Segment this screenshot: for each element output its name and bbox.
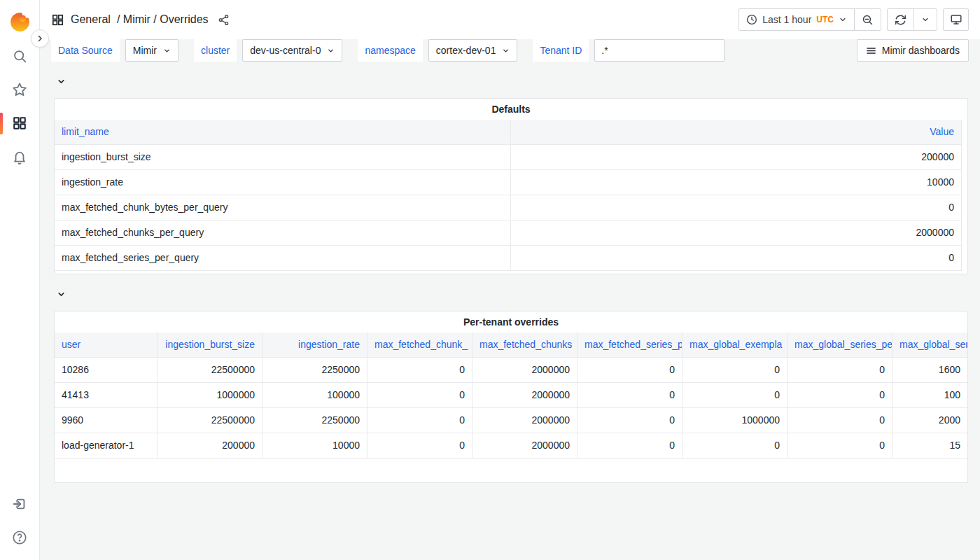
column-header-max_global_serie[interactable]: max_global_serie bbox=[892, 332, 967, 358]
cluster-variable-label: cluster bbox=[194, 39, 237, 62]
cell: 200000 bbox=[511, 145, 962, 170]
refresh-dashboard-button[interactable] bbox=[888, 9, 913, 30]
cell: 1600 bbox=[892, 358, 967, 383]
share-dashboard-button[interactable] bbox=[218, 14, 230, 26]
cell: 0 bbox=[368, 408, 472, 433]
column-header-max_fetched_series_p[interactable]: max_fetched_series_p bbox=[578, 332, 682, 358]
column-header-max_fetched_chunks[interactable]: max_fetched_chunks bbox=[472, 332, 578, 358]
grafana-logo[interactable] bbox=[8, 10, 31, 33]
sidebar-expand-button[interactable] bbox=[31, 29, 49, 48]
cell: max_fetched_series_per_query bbox=[55, 246, 511, 271]
table-row: max_fetched_series_per_query0 bbox=[55, 246, 962, 271]
table-row: ingestion_rate10000 bbox=[55, 170, 962, 195]
column-header-Value[interactable]: Value bbox=[511, 120, 962, 145]
cell: 41413 bbox=[55, 383, 158, 408]
starred-dashboards-button[interactable] bbox=[6, 77, 34, 102]
cell: 1000000 bbox=[158, 383, 262, 408]
cell: 0 bbox=[682, 358, 788, 383]
chevron-right-icon bbox=[36, 34, 44, 43]
mimir-dashboards-label: Mimir dashboards bbox=[882, 45, 960, 56]
refresh-interval-dropdown[interactable] bbox=[913, 9, 937, 30]
chevron-down-icon bbox=[839, 15, 847, 24]
column-header-limit_name[interactable]: limit_name bbox=[55, 120, 511, 145]
column-header-max_global_exempla[interactable]: max_global_exempla bbox=[682, 332, 788, 358]
column-header-ingestion_burst_size[interactable]: ingestion_burst_size bbox=[158, 332, 262, 358]
dashboards-nav-button[interactable] bbox=[6, 111, 34, 136]
refresh-group bbox=[887, 8, 937, 31]
help-button[interactable] bbox=[6, 525, 34, 550]
namespace-variable-label: namespace bbox=[358, 39, 422, 62]
table-row: 41413100000010000002000000000100 bbox=[55, 383, 967, 408]
top-navbar: General / Mimir / Overrides Last 1 hour … bbox=[40, 0, 980, 39]
chevron-down-icon bbox=[921, 15, 930, 24]
cell: 2000000 bbox=[472, 383, 578, 408]
cycle-view-mode-button[interactable] bbox=[943, 8, 969, 31]
cell: 0 bbox=[682, 383, 788, 408]
cell: ingestion_rate bbox=[55, 170, 511, 195]
help-icon bbox=[12, 530, 27, 545]
cell: 100 bbox=[892, 383, 967, 408]
star-icon bbox=[12, 82, 27, 97]
cell: 0 bbox=[368, 383, 472, 408]
cell: 0 bbox=[682, 433, 788, 458]
column-header-max_fetched_chunk_[interactable]: max_fetched_chunk_ bbox=[368, 332, 472, 358]
namespace-value: cortex-dev-01 bbox=[436, 45, 496, 56]
column-header-max_global_series_pe[interactable]: max_global_series_pe bbox=[788, 332, 892, 358]
cell: ingestion_burst_size bbox=[55, 145, 511, 170]
cell: 2000000 bbox=[472, 408, 578, 433]
table-row: 9960225000002250000020000000100000002000 bbox=[55, 408, 967, 433]
menu-icon bbox=[866, 46, 876, 56]
cell: 100000 bbox=[262, 383, 368, 408]
cell: 15 bbox=[892, 433, 967, 458]
cluster-dropdown[interactable]: dev-us-central-0 bbox=[242, 39, 342, 62]
sign-in-button[interactable] bbox=[6, 491, 34, 517]
column-header-ingestion_rate[interactable]: ingestion_rate bbox=[262, 332, 368, 358]
cell: 0 bbox=[368, 433, 472, 458]
cell: 0 bbox=[578, 358, 682, 383]
defaults-panel: Defaults limit_nameValueingestion_burst_… bbox=[54, 98, 968, 274]
cell: 0 bbox=[578, 408, 682, 433]
chevron-down-icon bbox=[57, 290, 66, 299]
cell: 0 bbox=[788, 433, 892, 458]
per-tenant-overrides-panel: Per-tenant overrides useringestion_burst… bbox=[54, 311, 968, 483]
chevron-down-icon bbox=[327, 47, 335, 55]
panel-title[interactable]: Defaults bbox=[55, 99, 967, 120]
active-nav-indicator bbox=[0, 113, 3, 134]
row-collapse-toggle-overrides[interactable] bbox=[55, 288, 83, 300]
table-row: max_fetched_chunk_bytes_per_query0 bbox=[55, 195, 962, 220]
cell: 2000 bbox=[892, 408, 967, 433]
apps-icon bbox=[12, 115, 27, 131]
breadcrumb-dashboard[interactable]: / Mimir / Overrides bbox=[117, 13, 209, 26]
cell: 0 bbox=[788, 383, 892, 408]
column-header-user[interactable]: user bbox=[55, 332, 158, 358]
datasource-variable-label: Data Source bbox=[51, 39, 120, 62]
table-row: load-generator-1200000100000200000000015 bbox=[55, 433, 967, 458]
cell: 2250000 bbox=[262, 358, 368, 383]
tenant-id-variable-label: Tenant ID bbox=[533, 39, 589, 62]
tenant-id-input[interactable] bbox=[594, 39, 724, 62]
cell: 9960 bbox=[55, 408, 158, 433]
zoom-out-time-button[interactable] bbox=[854, 9, 881, 30]
table-header-row: limit_nameValue bbox=[55, 120, 962, 145]
chevron-down-icon bbox=[502, 47, 510, 55]
overrides-table: useringestion_burst_sizeingestion_ratema… bbox=[55, 332, 967, 482]
search-icon-button[interactable] bbox=[6, 43, 34, 69]
cell: 2000000 bbox=[472, 433, 578, 458]
alerting-nav-button[interactable] bbox=[6, 145, 34, 170]
chevron-down-icon bbox=[57, 77, 66, 86]
panel-title[interactable]: Per-tenant overrides bbox=[55, 312, 967, 332]
cell: 0 bbox=[788, 358, 892, 383]
breadcrumb-folder[interactable]: General bbox=[71, 13, 111, 26]
time-range-button[interactable]: Last 1 hour UTC bbox=[739, 9, 854, 30]
cell: 200000 bbox=[158, 433, 262, 458]
namespace-dropdown[interactable]: cortex-dev-01 bbox=[428, 39, 518, 62]
cell: 0 bbox=[368, 358, 472, 383]
datasource-dropdown[interactable]: Mimir bbox=[125, 39, 178, 62]
table-row: ingestion_burst_size200000 bbox=[55, 145, 962, 170]
row-collapse-toggle-defaults[interactable] bbox=[55, 75, 83, 88]
cell: 2000000 bbox=[472, 358, 578, 383]
cell: 22500000 bbox=[158, 408, 262, 433]
cell: 0 bbox=[578, 433, 682, 458]
mimir-dashboards-button[interactable]: Mimir dashboards bbox=[857, 39, 969, 62]
bell-icon bbox=[12, 150, 27, 165]
